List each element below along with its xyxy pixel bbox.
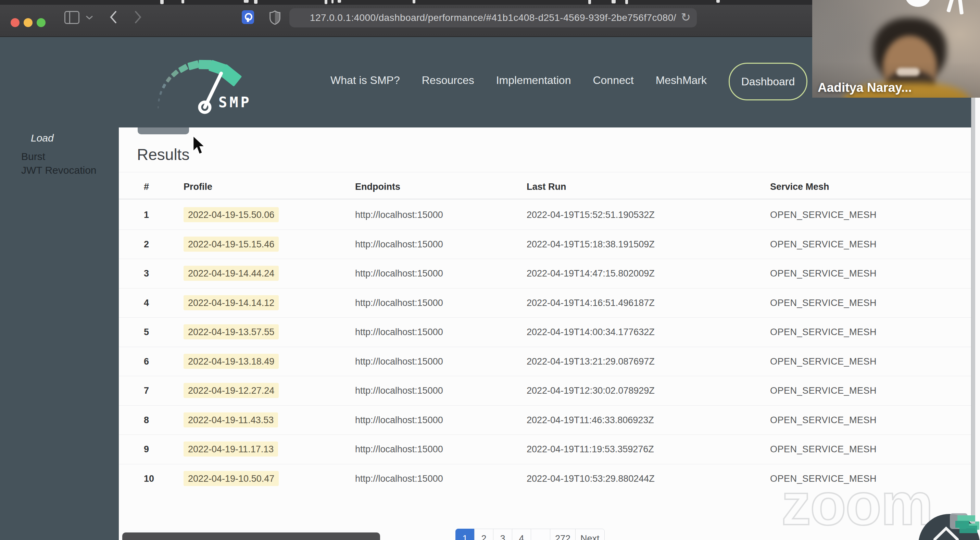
nav-link-meshmark[interactable]: MeshMark (656, 74, 707, 87)
profile-cell[interactable]: 2022-04-19-15.50.06 (183, 210, 279, 220)
cutoff-text-fragment (254, 0, 258, 4)
webcam-video-tile[interactable]: Aaditya Naray... (812, 0, 980, 98)
mesh-cell: OPEN_SERVICE_MESH (770, 327, 877, 338)
profile-cell[interactable]: 2022-04-19-11.17.13 (183, 444, 278, 455)
table-row[interactable]: 8 2022-04-19-11.43.53 http://localhost:1… (119, 406, 971, 435)
table-row[interactable]: 1 2022-04-19-15.50.06 http://localhost:1… (119, 201, 971, 230)
table-row[interactable]: 3 2022-04-19-14.44.24 http://localhost:1… (119, 259, 971, 288)
close-window-button[interactable] (11, 18, 19, 27)
profile-cell[interactable]: 2022-04-19-13.18.49 (183, 356, 279, 366)
pagination: 1234…272Next (455, 529, 605, 540)
endpoints-cell: http://localhost:15000 (355, 268, 443, 279)
cutoff-text-fragment (612, 0, 616, 3)
horizontal-scrollbar-thumb[interactable] (122, 532, 380, 540)
url-address-bar[interactable]: 127.0.0.1:4000/dashboard/performance/#41… (290, 8, 697, 27)
table-row[interactable]: 9 2022-04-19-11.17.13 http://localhost:1… (119, 435, 971, 464)
page-button-1[interactable]: 1 (455, 529, 474, 540)
zoom-window-button[interactable] (37, 18, 46, 27)
column-header-num: # (144, 182, 149, 192)
collapsed-tab[interactable] (138, 127, 189, 134)
back-button[interactable] (108, 10, 118, 24)
cutoff-text-fragment (325, 0, 327, 4)
dashboard-nav-label: Dashboard (741, 75, 795, 88)
mesh-cell: OPEN_SERVICE_MESH (770, 385, 877, 396)
endpoints-cell: http://localhost:15000 (355, 414, 443, 425)
mesh-cell: OPEN_SERVICE_MESH (770, 444, 877, 455)
lastrun-cell: 2022-04-19T14:16:51.496187Z (527, 298, 655, 308)
nav-link-implementation[interactable]: Implementation (496, 74, 571, 87)
url-text: 127.0.0.1:4000/dashboard/performance/#41… (310, 12, 676, 23)
page-button-3[interactable]: 3 (493, 529, 512, 540)
nav-link-resources[interactable]: Resources (422, 74, 474, 87)
table-row[interactable]: 5 2022-04-19-13.57.55 http://localhost:1… (119, 318, 971, 347)
cutoff-text-fragment (331, 0, 334, 3)
endpoints-cell: http://localhost:15000 (355, 385, 443, 396)
mouse-cursor (192, 135, 207, 156)
password-manager-extension-icon[interactable] (242, 10, 254, 24)
table-row[interactable]: 7 2022-04-19-12.27.24 http://localhost:1… (119, 376, 971, 406)
cutoff-text-fragment (337, 0, 341, 3)
table-body: 1 2022-04-19-15.50.06 http://localhost:1… (119, 201, 971, 493)
column-header-endpoints: Endpoints (355, 182, 400, 192)
vertical-scrollbar[interactable] (971, 36, 980, 540)
cutoff-overlay-mark (958, 0, 964, 14)
lastrun-cell: 2022-04-19T12:30:02.078929Z (527, 385, 655, 396)
mesh-cell: OPEN_SERVICE_MESH (770, 268, 877, 279)
profile-cell[interactable]: 2022-04-19-13.57.55 (183, 327, 279, 338)
profile-cell[interactable]: 2022-04-19-12.27.24 (183, 385, 279, 396)
header-underline (119, 199, 971, 199)
profile-cell[interactable]: 2022-04-19-15.15.46 (183, 239, 279, 249)
lastrun-cell: 2022-04-19T11:46:33.806923Z (527, 414, 654, 425)
page-button-4[interactable]: 4 (512, 529, 531, 540)
mesh-cell: OPEN_SERVICE_MESH (770, 210, 877, 220)
row-number: 3 (144, 268, 149, 279)
column-header-profile: Profile (183, 182, 212, 192)
meshery-s-logo-icon[interactable] (940, 513, 980, 540)
vertical-scrollbar-thumb[interactable] (975, 36, 980, 540)
main-nav: What is SMP?ResourcesImplementationConne… (331, 74, 707, 87)
row-number: 7 (144, 385, 149, 396)
chevron-down-icon[interactable] (86, 15, 93, 20)
cutoff-text-fragment (716, 0, 720, 3)
sidebar-item-load[interactable]: Load (31, 132, 54, 144)
row-number: 2 (144, 239, 149, 249)
endpoints-cell: http://localhost:15000 (355, 356, 443, 366)
row-number: 1 (144, 210, 149, 220)
row-number: 5 (144, 327, 149, 338)
sidebar-item-burst[interactable]: Burst (21, 151, 45, 162)
results-title: Results (137, 145, 189, 164)
endpoints-cell: http://localhost:15000 (355, 210, 443, 220)
shield-extension-icon[interactable] (269, 10, 281, 25)
sidebar-toggle-icon[interactable] (64, 11, 80, 24)
profile-cell[interactable]: 2022-04-19-14.44.24 (183, 268, 279, 279)
webcam-participant-name: Aaditya Naray... (818, 81, 912, 95)
minimize-window-button[interactable] (24, 18, 33, 27)
page-button-2[interactable]: 2 (474, 529, 493, 540)
endpoints-cell: http://localhost:15000 (355, 239, 443, 249)
page-button-…[interactable]: … (531, 529, 550, 540)
mesh-cell: OPEN_SERVICE_MESH (770, 356, 877, 366)
cutoff-text-fragment (244, 0, 248, 3)
forward-button[interactable] (133, 10, 143, 24)
column-header-lastrun: Last Run (527, 182, 566, 192)
lastrun-cell: 2022-04-19T14:00:34.177632Z (527, 327, 655, 338)
table-row[interactable]: 6 2022-04-19-13.18.49 http://localhost:1… (119, 347, 971, 377)
nav-link-what-is-smp-[interactable]: What is SMP? (331, 74, 400, 87)
profile-cell[interactable]: 2022-04-19-10.50.47 (183, 473, 279, 484)
reload-icon[interactable]: ↻ (681, 10, 691, 24)
nav-link-connect[interactable]: Connect (593, 74, 633, 87)
table-row[interactable]: 4 2022-04-19-14.14.12 http://localhost:1… (119, 288, 971, 318)
column-header-mesh: Service Mesh (770, 182, 829, 192)
profile-cell[interactable]: 2022-04-19-11.43.53 (183, 414, 278, 425)
dashboard-nav-button[interactable]: Dashboard (729, 63, 807, 100)
smp-gauge-logo-icon[interactable] (151, 49, 284, 119)
table-row[interactable]: 2 2022-04-19-15.15.46 http://localhost:1… (119, 230, 971, 260)
page-button-272[interactable]: 272 (550, 529, 576, 540)
next-page-button[interactable]: Next (575, 529, 605, 540)
lastrun-cell: 2022-04-19T10:53:29.880244Z (527, 473, 655, 484)
lastrun-cell: 2022-04-19T15:18:38.191509Z (527, 239, 655, 249)
cutoff-text-fragment (413, 0, 415, 3)
row-number: 6 (144, 356, 149, 366)
profile-cell[interactable]: 2022-04-19-14.14.12 (183, 298, 279, 308)
sidebar-item-jwt-revocation[interactable]: JWT Revocation (21, 164, 97, 176)
